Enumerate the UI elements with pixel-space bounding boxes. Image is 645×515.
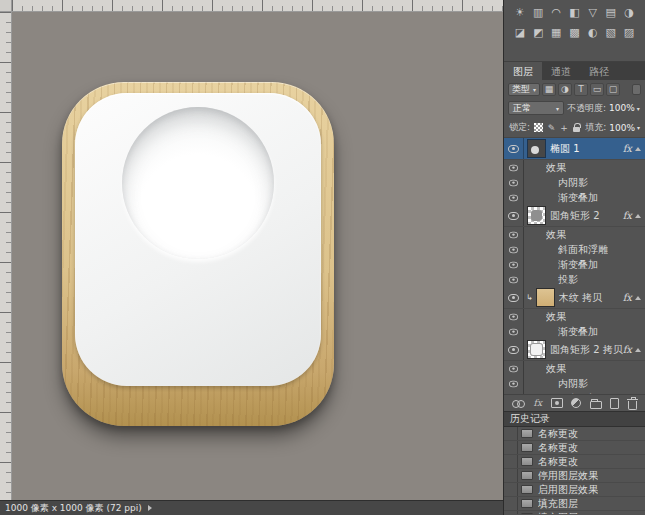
tab-channels[interactable]: 通道 (542, 62, 580, 80)
layer-name[interactable]: 圆角矩形 2 (550, 209, 623, 223)
history-source-well[interactable] (504, 483, 518, 496)
new-adjustment-layer-icon[interactable] (571, 398, 581, 408)
visibility-toggle[interactable] (504, 190, 524, 205)
new-group-icon[interactable] (590, 401, 602, 409)
collapse-effects-icon[interactable] (635, 348, 641, 352)
filter-kind-dropdown[interactable]: 类型 (508, 83, 540, 96)
fx-badge[interactable]: fx (623, 292, 632, 303)
effect-row-inner-shadow[interactable]: 内阴影 (504, 376, 645, 391)
fx-badge[interactable]: fx (623, 143, 632, 154)
exposure-icon[interactable]: ◧ (566, 5, 582, 20)
threshold-icon[interactable]: ▨ (621, 25, 637, 40)
layer-name[interactable]: 圆角矩形 2 拷贝 (550, 343, 623, 357)
collapse-effects-icon[interactable] (635, 214, 641, 218)
effect-row-drop-shadow[interactable]: 投影 (504, 272, 645, 287)
visibility-toggle[interactable] (504, 309, 524, 324)
visibility-toggle[interactable] (504, 272, 524, 287)
horizontal-ruler[interactable] (12, 0, 503, 12)
layer-thumbnail[interactable] (528, 140, 545, 157)
type-layer-filter-icon[interactable]: T (574, 83, 588, 96)
lock-all-icon[interactable] (572, 122, 581, 134)
status-popup-arrow-icon[interactable] (148, 505, 152, 511)
history-source-well[interactable] (504, 427, 518, 440)
history-row[interactable]: 填充图层 (504, 497, 645, 511)
visibility-toggle[interactable] (504, 391, 524, 394)
layer-row-rounded-rect-2[interactable]: 圆角矩形 2 fx (504, 205, 645, 227)
visibility-toggle[interactable] (504, 339, 524, 360)
history-source-well[interactable] (504, 441, 518, 454)
history-source-well[interactable] (504, 511, 518, 514)
posterize-icon[interactable]: ▧ (603, 25, 619, 40)
levels-icon[interactable]: ▥ (530, 5, 546, 20)
add-layer-mask-icon[interactable] (551, 398, 563, 408)
hue-saturation-icon[interactable]: ▤ (603, 5, 619, 20)
opacity-value-dropdown[interactable]: 100% (609, 103, 640, 113)
history-panel-header[interactable]: 历史记录 (504, 411, 645, 427)
history-row[interactable]: 启用图层效果 (504, 483, 645, 497)
tab-layers[interactable]: 图层 (504, 62, 542, 80)
layer-thumbnail[interactable] (528, 341, 545, 358)
visibility-toggle[interactable] (504, 361, 524, 376)
filter-toggle-icon[interactable] (632, 84, 641, 95)
collapse-effects-icon[interactable] (635, 147, 641, 151)
new-layer-icon[interactable] (610, 398, 619, 409)
history-source-well[interactable] (504, 455, 518, 468)
effects-header-row[interactable]: 效果 (504, 160, 645, 175)
lock-transparency-icon[interactable] (534, 122, 543, 134)
pixel-layer-filter-icon[interactable]: ▦ (542, 83, 556, 96)
effect-row-gradient-overlay[interactable]: 渐变叠加 (504, 257, 645, 272)
visibility-toggle[interactable] (504, 227, 524, 242)
visibility-toggle[interactable] (504, 324, 524, 339)
effect-row-bevel-emboss[interactable]: 斜面和浮雕 (504, 242, 645, 257)
layer-thumbnail[interactable] (537, 289, 554, 306)
history-row[interactable]: 停用图层效果 (504, 469, 645, 483)
effects-header-row[interactable]: 效果 (504, 227, 645, 242)
collapse-effects-icon[interactable] (635, 296, 641, 300)
layer-row-rounded-rect-2-copy[interactable]: 圆角矩形 2 拷贝 fx (504, 339, 645, 361)
visibility-toggle[interactable] (504, 138, 524, 159)
channel-mixer-icon[interactable]: ▦ (548, 25, 564, 40)
history-row[interactable]: 填充图层 (504, 511, 645, 514)
layer-name[interactable]: 椭圆 1 (550, 142, 623, 156)
layer-style-icon[interactable]: fx (534, 398, 542, 408)
lock-pixels-icon[interactable]: ✎ (547, 122, 556, 134)
lock-position-icon[interactable]: + (560, 122, 569, 134)
history-row[interactable]: 名称更改 (504, 441, 645, 455)
brightness-contrast-icon[interactable]: ☀ (512, 5, 528, 20)
delete-layer-icon[interactable] (628, 401, 637, 410)
document-canvas[interactable] (12, 12, 503, 500)
visibility-toggle[interactable] (504, 242, 524, 257)
layer-name[interactable]: 木纹 拷贝 (559, 291, 623, 305)
effect-row-gradient-overlay[interactable]: 渐变叠加 (504, 190, 645, 205)
history-source-well[interactable] (504, 469, 518, 482)
fill-value-dropdown[interactable]: 100% (609, 123, 640, 133)
visibility-toggle[interactable] (504, 376, 524, 391)
vertical-ruler[interactable] (0, 12, 12, 500)
visibility-toggle[interactable] (504, 287, 524, 308)
visibility-toggle[interactable] (504, 257, 524, 272)
visibility-toggle[interactable] (504, 160, 524, 175)
link-layers-icon[interactable] (512, 399, 525, 408)
fx-badge[interactable]: fx (623, 210, 632, 221)
effect-row-inner-shadow[interactable]: 内阴影 (504, 175, 645, 190)
effect-row-gradient-overlay[interactable]: 渐变叠加 (504, 324, 645, 339)
curves-icon[interactable]: ◠ (548, 5, 564, 20)
effects-header-row[interactable]: 效果 (504, 361, 645, 376)
color-lookup-icon[interactable]: ▩ (566, 25, 582, 40)
smart-object-filter-icon[interactable]: ▢ (606, 83, 620, 96)
invert-icon[interactable]: ◐ (585, 25, 601, 40)
fx-badge[interactable]: fx (623, 344, 632, 355)
layer-thumbnail[interactable] (528, 207, 545, 224)
color-balance-icon[interactable]: ◑ (621, 5, 637, 20)
effects-header-row[interactable]: 效果 (504, 309, 645, 324)
shape-layer-filter-icon[interactable]: ▭ (590, 83, 604, 96)
photo-filter-icon[interactable]: ◩ (530, 25, 546, 40)
history-row[interactable]: 名称更改 (504, 455, 645, 469)
visibility-toggle[interactable] (504, 175, 524, 190)
blend-mode-dropdown[interactable]: 正常 (508, 101, 564, 115)
tab-paths[interactable]: 路径 (580, 62, 618, 80)
visibility-toggle[interactable] (504, 205, 524, 226)
history-row[interactable]: 名称更改 (504, 427, 645, 441)
adjustment-layer-filter-icon[interactable]: ◑ (558, 83, 572, 96)
vibrance-icon[interactable]: ▽ (585, 5, 601, 20)
